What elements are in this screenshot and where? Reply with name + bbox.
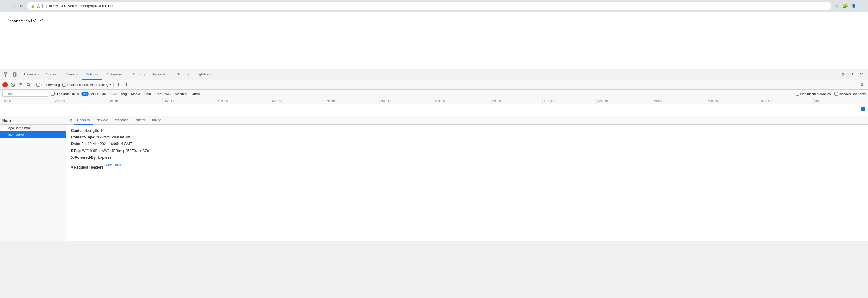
has-blocked-cookies-checkbox[interactable] [796, 92, 799, 96]
reload-button[interactable]: ↻ [18, 2, 25, 10]
menu-button[interactable]: ⋮ [858, 2, 866, 10]
extension-button[interactable]: 🧩 [841, 2, 849, 10]
devtools-tabs: Elements Console Sources Network Perform… [21, 69, 839, 80]
file-icon-doc [2, 126, 7, 130]
request-headers-title: ▾ Request Headers [71, 165, 103, 171]
tab-console[interactable]: Console [42, 69, 62, 80]
chevron-down-icon: ▾ [110, 83, 111, 86]
blocked-requests-checkbox[interactable] [834, 92, 838, 96]
detail-content: Content-Length: 16 Content-Type: text/ht… [66, 125, 868, 241]
timeline-event-marker [861, 107, 865, 111]
tab-security[interactable]: Security [173, 69, 193, 80]
detail-tab-timing[interactable]: Timing [148, 116, 164, 125]
header-row-date: Date: Fri, 19 Mar 2021 16:06:14 GMT [71, 141, 863, 147]
filter-type-img[interactable]: Img [120, 92, 129, 96]
file-item-ajaxdemo[interactable]: ajaxDemo.html [0, 125, 66, 131]
svg-line-11 [29, 85, 30, 87]
tick-100: 100 ms [0, 98, 54, 104]
throttle-selector[interactable]: No throttling ▾ [90, 83, 111, 87]
tick-1200: 1200 ms [597, 98, 651, 104]
hide-data-urls-checkbox[interactable] [51, 92, 55, 96]
tab-application[interactable]: Application [149, 69, 173, 80]
preserve-log-checkbox[interactable] [36, 83, 40, 87]
lock-icon: 🔒 [31, 4, 35, 8]
devtools-header: Elements Console Sources Network Perform… [0, 69, 868, 80]
tab-lighthouse[interactable]: Lighthouse [193, 69, 217, 80]
detail-tab-headers[interactable]: Headers [74, 116, 93, 125]
tick-600: 600 ms [271, 98, 326, 104]
header-row-content-length: Content-Length: 16 [71, 128, 863, 133]
preserve-log-label[interactable]: Preserve log [36, 83, 60, 87]
tick-400: 400 ms [163, 98, 217, 104]
detail-tab-response[interactable]: Response [111, 116, 132, 125]
tick-500: 500 ms [217, 98, 271, 104]
tab-memory[interactable]: Memory [129, 69, 149, 80]
nav-buttons: ← → ↻ [2, 2, 25, 10]
address-bar[interactable]: 🔒 文件 | file:///Users/yinlu/Desktop/ajaxD… [27, 2, 831, 10]
inspect-element-button[interactable] [2, 70, 11, 79]
filter-type-all[interactable]: All [82, 92, 89, 96]
disable-cache-label[interactable]: Disable cache [62, 83, 88, 87]
tab-performance[interactable]: Performance [102, 69, 129, 80]
network-right-panel: ✕ Headers Preview Response Initiator Tim… [66, 116, 868, 241]
detail-tab-preview[interactable]: Preview [93, 116, 111, 125]
tick-1500: 1500 ms [760, 98, 814, 104]
svg-rect-4 [16, 73, 17, 76]
tab-elements[interactable]: Elements [21, 69, 42, 80]
import-har-button[interactable]: ⬆ [116, 82, 121, 87]
devtools-more-button[interactable]: ⋮ [848, 70, 857, 79]
tick-300: 300 ms [108, 98, 163, 104]
disable-cache-checkbox[interactable] [62, 83, 66, 87]
star-button[interactable]: ☆ [833, 2, 840, 10]
account-button[interactable]: 👤 [850, 2, 857, 10]
tab-sources[interactable]: Sources [62, 69, 82, 80]
filter-type-js[interactable]: JS [100, 92, 108, 96]
view-source-link[interactable]: view source [106, 162, 123, 172]
network-settings-button[interactable]: ⚙ [859, 82, 866, 88]
file-item-json-server[interactable]: json-server [0, 131, 66, 138]
blocked-filters: Has blocked cookies Blocked Requests [796, 92, 866, 96]
search-button[interactable] [26, 82, 31, 87]
filter-button[interactable] [18, 82, 24, 87]
filter-types: All XHR JS CSS Img Media Font Doc WS Man… [82, 92, 202, 96]
network-main: Name ajaxDemo.html json-server [0, 116, 868, 241]
filter-type-other[interactable]: Other [190, 92, 202, 96]
export-har-button[interactable]: ⬇ [124, 82, 129, 87]
filter-input[interactable] [2, 91, 48, 96]
filter-type-ws[interactable]: WS [163, 92, 173, 96]
forward-button[interactable]: → [10, 2, 18, 10]
detail-tab-initiator[interactable]: Initiator [131, 116, 148, 125]
blocked-requests-label[interactable]: Blocked Requests [834, 92, 866, 96]
filter-type-doc[interactable]: Doc [153, 92, 163, 96]
network-toolbar: Preserve log Disable cache No throttling… [0, 80, 868, 90]
devtools-panel: Elements Console Sources Network Perform… [0, 69, 868, 241]
svg-point-10 [27, 83, 30, 86]
filter-type-css[interactable]: CSS [108, 92, 119, 96]
header-key-etag: ETag: [71, 148, 81, 154]
file-name-ajaxdemo: ajaxDemo.html [8, 126, 30, 130]
tick-1100: 1100 ms [542, 98, 597, 104]
devtools-settings-button[interactable]: ⚙ [839, 70, 847, 79]
header-key-content-length: Content-Length: [71, 128, 99, 133]
filter-type-xhr[interactable]: XHR [89, 92, 100, 96]
filter-bar: Hide data URLs All XHR JS CSS Img Media … [0, 90, 868, 98]
record-button[interactable] [2, 82, 8, 87]
header-val-date: Fri, 19 Mar 2021 16:06:14 GMT [82, 141, 132, 147]
filter-type-media[interactable]: Media [129, 92, 142, 96]
toolbar-right: ⚙ [859, 82, 866, 88]
clear-button[interactable] [10, 82, 16, 87]
network-left-panel: Name ajaxDemo.html json-server [0, 116, 66, 241]
header-val-etag: W/"10-6BhqwW9zJEBc4qxJ5ZZ0zjcnCZc" [82, 148, 150, 154]
filter-type-font[interactable]: Font [143, 92, 153, 96]
back-button[interactable]: ← [2, 2, 10, 10]
detail-close-button[interactable]: ✕ [67, 117, 74, 124]
filter-type-manifest[interactable]: Manifest [173, 92, 189, 96]
svg-line-6 [12, 84, 14, 86]
tab-network[interactable]: Network [82, 69, 102, 80]
header-row-content-type: Content-Type: text/html; charset=utf-8 [71, 135, 863, 140]
hide-data-urls-label[interactable]: Hide data URLs [51, 92, 79, 96]
has-blocked-cookies-label[interactable]: Has blocked cookies [796, 92, 831, 96]
devtools-close-button[interactable]: ✕ [857, 70, 866, 79]
device-toolbar-button[interactable] [11, 70, 19, 79]
tick-700: 700 ms [326, 98, 380, 104]
